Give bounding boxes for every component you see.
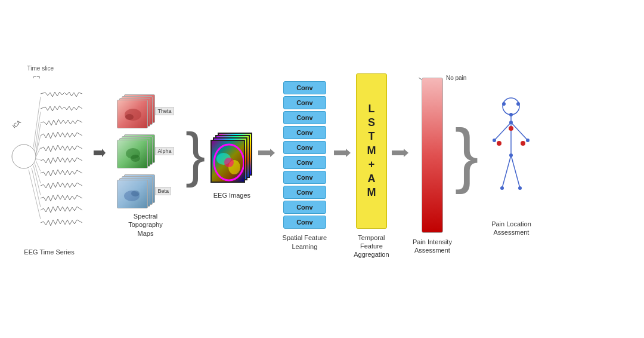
topo-card-alpha-1	[117, 140, 148, 168]
svg-point-39	[509, 121, 513, 124]
topo-stack-beta	[117, 174, 153, 207]
svg-line-33	[511, 122, 528, 140]
conv-block-2: Conv	[283, 96, 326, 109]
alpha-label: Alpha	[155, 147, 174, 155]
human-figure-svg	[487, 96, 535, 215]
lstm-text: LSTM+AM	[367, 102, 376, 200]
eeg-img-card-1	[210, 140, 245, 183]
pain-location-section: Pain LocationAssessment	[478, 96, 544, 237]
theta-label: Theta	[155, 107, 174, 115]
svg-point-19	[131, 190, 140, 196]
svg-line-6	[36, 159, 41, 159]
beta-label: Beta	[155, 187, 171, 195]
svg-marker-26	[392, 149, 408, 157]
timeslice-brace: ⌐¬	[33, 73, 41, 80]
svg-point-40	[493, 139, 496, 142]
spectral-section: Theta Alpha	[107, 94, 184, 238]
topo-stack-alpha	[117, 134, 153, 167]
svg-point-15	[125, 114, 134, 120]
svg-point-43	[500, 186, 504, 190]
arrow-2	[258, 147, 275, 161]
svg-marker-25	[334, 149, 351, 157]
svg-text:ICA: ICA	[11, 119, 21, 129]
eeg-images-section: EEG Images	[206, 133, 257, 199]
svg-point-44	[518, 186, 522, 190]
conv-block-5: Conv	[283, 141, 326, 154]
curly-brace: }	[185, 124, 205, 184]
eeg-section: Time slice ⌐¬ ICA	[6, 12, 92, 320]
diagram: Time slice ⌐¬ ICA	[0, 0, 644, 338]
svg-point-36	[509, 126, 513, 131]
topo-stack-theta	[117, 94, 153, 127]
svg-line-35	[511, 155, 520, 188]
conv-block-10: Conv	[283, 216, 326, 229]
pain-intensity-label: Pain IntensityAssessment	[413, 238, 452, 255]
svg-point-30	[516, 102, 520, 106]
topo-card-theta-1	[117, 100, 148, 128]
svg-marker-13	[94, 149, 106, 157]
no-pain-label: No pain	[446, 75, 466, 81]
svg-point-37	[497, 141, 501, 146]
conv-label: Spatial FeatureLearning	[283, 233, 327, 251]
conv-block-6: Conv	[283, 156, 326, 169]
lstm-label: Temporal FeatureAggregation	[352, 233, 391, 259]
svg-point-28	[503, 98, 519, 115]
conv-block-8: Conv	[283, 186, 326, 199]
svg-point-17	[131, 155, 140, 162]
topo-group-alpha: Alpha	[117, 134, 174, 167]
arrow-3	[334, 147, 351, 161]
svg-point-45	[509, 113, 513, 116]
spectral-stack: Theta Alpha	[117, 94, 174, 207]
pain-location-label: Pain LocationAssessment	[491, 220, 531, 237]
topo-group-beta: Beta	[117, 174, 171, 207]
svg-point-41	[526, 139, 530, 142]
eeg-img-stack	[209, 133, 254, 186]
conv-block-9: Conv	[283, 201, 326, 214]
svg-point-38	[521, 141, 525, 146]
conv-block-7: Conv	[283, 171, 326, 184]
arrow-1	[94, 147, 106, 161]
eeg-images-label: EEG Images	[213, 191, 250, 199]
topo-group-theta: Theta	[117, 94, 174, 127]
curly-brace-right: }	[454, 118, 478, 190]
pain-bar	[422, 78, 443, 233]
conv-block-1: Conv	[283, 81, 326, 94]
svg-point-23	[224, 158, 234, 167]
svg-line-32	[494, 122, 511, 140]
svg-line-34	[502, 155, 511, 188]
eeg-label: EEG Time Series	[24, 248, 74, 256]
pain-intensity-section: No pain Pain IntensityAssessment	[410, 78, 454, 255]
conv-block-3: Conv	[283, 111, 326, 124]
svg-point-0	[12, 145, 36, 168]
svg-point-42	[509, 153, 513, 157]
conv-section: Conv Conv Conv Conv Conv Conv Conv Conv …	[276, 81, 333, 251]
conv-stack: Conv Conv Conv Conv Conv Conv Conv Conv …	[283, 81, 326, 229]
conv-block-4: Conv	[283, 126, 326, 139]
svg-point-29	[502, 102, 506, 106]
topo-card-beta-1	[117, 180, 148, 208]
lstm-block: LSTM+AM	[356, 73, 387, 229]
spectral-label: Spectral TopographyMaps	[119, 212, 172, 238]
lstm-section: LSTM+AM Temporal FeatureAggregation	[352, 73, 391, 259]
svg-marker-24	[258, 149, 275, 157]
arrow-4	[392, 147, 408, 161]
timeslice-label: Time slice	[27, 65, 54, 72]
no-pain-area: No pain	[446, 72, 466, 82]
eeg-waves-svg: ICA	[11, 76, 88, 237]
